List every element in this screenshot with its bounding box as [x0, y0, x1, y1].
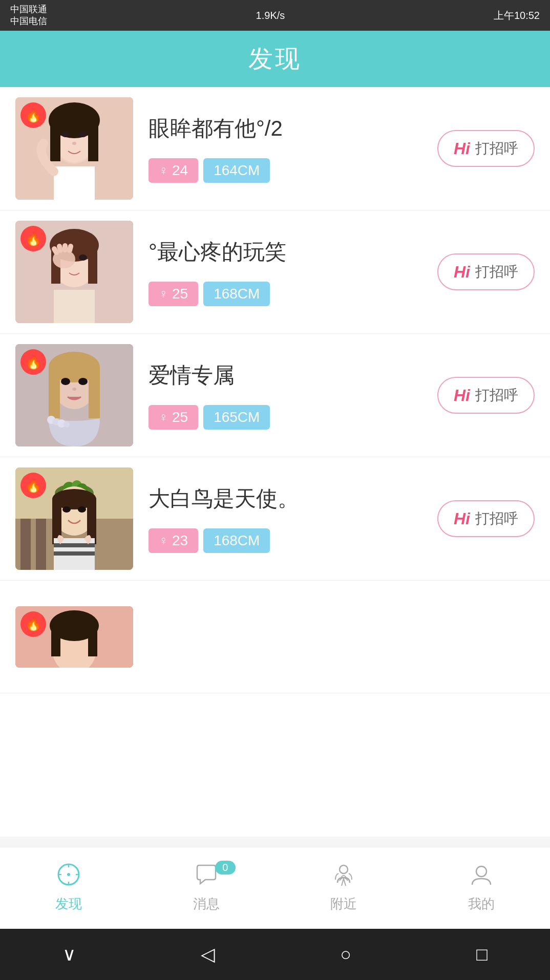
user-name: 爱情专属 — [149, 361, 422, 390]
svg-point-63 — [476, 866, 486, 877]
fire-badge: 🔥 — [20, 349, 46, 375]
carrier2: 中国电信 — [10, 15, 47, 27]
user-info: °最心疼的玩笑 ♀ 25 168CM — [133, 232, 437, 311]
hi-button[interactable]: Hi 打招呼 — [437, 253, 535, 290]
svg-rect-50 — [54, 551, 95, 556]
nav-home-button[interactable]: ○ — [340, 944, 351, 965]
user-tags: ♀ 24 164CM — [149, 158, 422, 183]
age-value: 23 — [172, 532, 188, 549]
user-name: 眼眸都有他°/2 — [149, 114, 422, 143]
svg-rect-21 — [54, 290, 95, 323]
svg-rect-9 — [54, 166, 95, 200]
svg-point-62 — [340, 865, 348, 874]
hi-label: Hi — [454, 509, 470, 528]
user-card: 🔥 — [0, 457, 550, 581]
hi-button[interactable]: Hi 打招呼 — [437, 130, 535, 167]
user-info: 眼眸都有他°/2 ♀ 24 164CM — [133, 109, 437, 188]
user-card: 🔥 — [0, 334, 550, 457]
user-avatar[interactable]: 🔥 — [15, 467, 133, 570]
time: 上午10:52 — [494, 9, 540, 23]
hi-button[interactable]: Hi 打招呼 — [437, 377, 535, 414]
svg-point-20 — [79, 254, 87, 261]
svg-rect-55 — [88, 626, 97, 656]
user-avatar[interactable]: 🔥 — [15, 344, 133, 446]
gender-icon: ♀ — [159, 163, 168, 178]
svg-rect-49 — [54, 543, 95, 547]
nav-down-button[interactable]: ∨ — [62, 944, 76, 965]
greet-label: 打招呼 — [475, 386, 518, 405]
network-speed: 1.9K/s — [256, 10, 285, 22]
height-tag: 168CM — [203, 282, 270, 306]
nav-item-mine[interactable]: 我的 — [413, 863, 551, 913]
nav-label-nearby: 附近 — [330, 895, 357, 913]
user-tags: ♀ 25 168CM — [149, 282, 422, 306]
svg-point-33 — [64, 421, 70, 428]
svg-rect-25 — [49, 367, 60, 418]
gender-icon: ♀ — [159, 410, 168, 424]
svg-point-45 — [52, 489, 96, 509]
greet-label: 打招呼 — [475, 262, 518, 282]
message-icon: 0 — [195, 863, 218, 891]
system-navigation: ∨ ◁ ○ □ — [0, 929, 550, 980]
svg-point-8 — [72, 142, 76, 145]
svg-point-47 — [78, 506, 86, 513]
hi-label: Hi — [454, 386, 470, 405]
age-tag: ♀ 23 — [149, 528, 198, 553]
age-value: 25 — [172, 409, 188, 425]
user-avatar[interactable]: 🔥 — [15, 221, 133, 323]
fire-badge: 🔥 — [20, 226, 46, 251]
user-avatar[interactable]: 🔥 — [15, 97, 133, 200]
svg-point-57 — [67, 873, 70, 876]
svg-line-19 — [70, 246, 71, 250]
svg-line-16 — [54, 249, 56, 252]
profile-icon — [470, 863, 493, 891]
user-card: 🔥 °最心疼的 — [0, 210, 550, 334]
age-value: 25 — [172, 286, 188, 302]
nav-recent-button[interactable]: □ — [476, 944, 488, 965]
svg-point-7 — [79, 131, 87, 137]
user-card: 🔥 眼眸都有他 — [0, 87, 550, 210]
svg-rect-14 — [88, 245, 97, 284]
status-bar: 中国联通 中国电信 1.9K/s 上午10:52 — [0, 0, 550, 31]
fire-badge: 🔥 — [20, 473, 46, 498]
user-card-partial: 🔥 — [0, 581, 550, 693]
fire-badge: 🔥 — [20, 611, 46, 637]
height-tag: 164CM — [203, 158, 270, 183]
user-avatar[interactable]: 🔥 — [15, 606, 133, 668]
svg-rect-36 — [20, 519, 31, 570]
age-tag: ♀ 25 — [149, 405, 198, 430]
compass-icon — [57, 863, 80, 891]
hi-button[interactable]: Hi 打招呼 — [437, 500, 535, 537]
svg-point-6 — [61, 131, 70, 137]
nav-label-messages: 消息 — [193, 895, 220, 913]
svg-line-17 — [59, 246, 60, 250]
nav-label-mine: 我的 — [468, 895, 495, 913]
age-value: 24 — [172, 162, 188, 179]
carrier1: 中国联通 — [10, 4, 47, 15]
page-title: 发现 — [248, 42, 302, 75]
user-tags: ♀ 25 165CM — [149, 405, 422, 430]
svg-point-28 — [78, 378, 88, 385]
user-info: 大白鸟是天使。 ♀ 23 168CM — [133, 479, 437, 558]
greet-label: 打招呼 — [475, 139, 518, 158]
hi-label: Hi — [454, 263, 470, 282]
hi-label: Hi — [454, 139, 470, 158]
nav-item-nearby[interactable]: 附近 — [275, 863, 413, 913]
svg-rect-54 — [51, 626, 60, 656]
nav-label-discover: 发现 — [55, 895, 82, 913]
gender-icon: ♀ — [159, 534, 168, 548]
message-badge: 0 — [215, 861, 236, 875]
height-tag: 165CM — [203, 405, 270, 430]
svg-point-46 — [62, 506, 71, 513]
nearby-icon — [332, 863, 355, 891]
nav-item-discover[interactable]: 发现 — [0, 863, 138, 913]
nav-item-messages[interactable]: 0 消息 — [138, 863, 276, 913]
carrier-info: 中国联通 中国电信 — [10, 4, 47, 28]
fire-badge: 🔥 — [20, 102, 46, 128]
height-tag: 168CM — [203, 528, 270, 553]
greet-label: 打招呼 — [475, 509, 518, 528]
user-name: 大白鸟是天使。 — [149, 484, 422, 513]
svg-rect-5 — [88, 120, 98, 161]
nav-back-button[interactable]: ◁ — [201, 944, 215, 965]
svg-rect-26 — [89, 367, 100, 418]
